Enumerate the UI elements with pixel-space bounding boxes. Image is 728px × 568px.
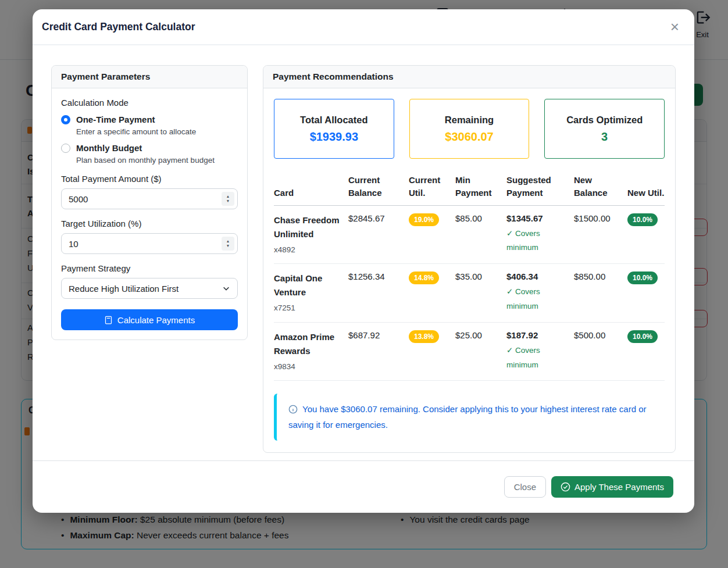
- calculate-payments-button[interactable]: Calculate Payments: [61, 309, 238, 330]
- payment-calculator-modal: Credit Card Payment Calculator × Payment…: [33, 9, 694, 513]
- number-stepper[interactable]: ▲▼: [222, 237, 234, 251]
- payment-strategy-select[interactable]: Reduce High Utilization First: [61, 278, 238, 299]
- modal-body: Payment Parameters Calculation Mode One-…: [33, 45, 694, 460]
- radio-monthly-budget[interactable]: Monthly Budget: [61, 143, 238, 153]
- remaining-info-alert: You have $3060.07 remaining. Consider ap…: [274, 394, 665, 441]
- current-util-badge: 19.0%: [409, 213, 439, 226]
- table-header-row: Card Current Balance Current Util. Min P…: [274, 174, 665, 206]
- total-payment-amount-input[interactable]: [61, 188, 238, 209]
- chevron-down-icon: [222, 284, 230, 292]
- radio-selected-icon[interactable]: [61, 115, 70, 124]
- card-last4: x7251: [274, 302, 342, 315]
- radio-description: Enter a specific amount to allocate: [76, 127, 238, 136]
- calculator-icon: [104, 316, 113, 324]
- close-button[interactable]: Close: [504, 476, 546, 498]
- new-util-badge: 10.0%: [627, 272, 658, 284]
- total-allocated-card: Total Allocated $1939.93: [274, 99, 394, 159]
- remaining-value: $3060.07: [445, 130, 493, 144]
- current-util-badge: 13.8%: [409, 330, 439, 343]
- target-utilization-label: Target Utilization (%): [61, 219, 238, 228]
- card-last4: x4892: [274, 244, 342, 256]
- target-utilization-input[interactable]: [61, 233, 238, 254]
- apply-payments-button[interactable]: Apply These Payments: [551, 476, 673, 498]
- amount-label: Total Payment Amount ($): [61, 174, 238, 184]
- info-icon: [288, 405, 298, 414]
- modal-header: Credit Card Payment Calculator ×: [33, 9, 694, 45]
- remaining-card: Remaining $3060.07: [409, 99, 530, 159]
- table-row: Chase Freedom Unlimited x4892 $2845.67 1…: [274, 206, 665, 265]
- payment-parameters-panel: Payment Parameters Calculation Mode One-…: [51, 65, 248, 340]
- payment-strategy-label: Payment Strategy: [61, 263, 238, 273]
- panel-title: Payment Parameters: [52, 66, 247, 88]
- cards-optimized-card: Cards Optimized 3: [544, 99, 665, 159]
- covers-minimum-note: ✓ Covers minimum: [506, 285, 547, 314]
- calculation-mode-label: Calculation Mode: [61, 98, 238, 108]
- covers-minimum-note: ✓ Covers minimum: [506, 344, 547, 373]
- new-util-badge: 10.0%: [627, 330, 658, 343]
- table-row: Capital One Venture x7251 $1256.34 14.8%…: [274, 264, 665, 323]
- check-circle-icon: [561, 482, 570, 492]
- modal-title: Credit Card Payment Calculator: [42, 21, 195, 33]
- cards-optimized-value: 3: [601, 130, 608, 144]
- covers-minimum-note: ✓ Covers minimum: [506, 227, 547, 256]
- card-last4: x9834: [274, 360, 342, 373]
- radio-one-time-payment[interactable]: One-Time Payment: [61, 115, 238, 124]
- number-stepper[interactable]: ▲▼: [222, 192, 234, 206]
- new-util-badge: 10.0%: [627, 213, 658, 226]
- payment-recommendations-panel: Payment Recommendations Total Allocated …: [263, 65, 676, 453]
- radio-unselected-icon[interactable]: [61, 144, 70, 153]
- current-util-badge: 14.8%: [409, 272, 439, 284]
- radio-description: Plan based on monthly payment budget: [76, 156, 238, 165]
- modal-footer: Close Apply These Payments: [33, 460, 694, 513]
- panel-title: Payment Recommendations: [263, 66, 675, 88]
- table-row: Amazon Prime Rewards x9834 $687.92 13.8%…: [274, 323, 665, 381]
- total-allocated-value: $1939.93: [310, 130, 358, 144]
- close-icon[interactable]: ×: [666, 17, 684, 37]
